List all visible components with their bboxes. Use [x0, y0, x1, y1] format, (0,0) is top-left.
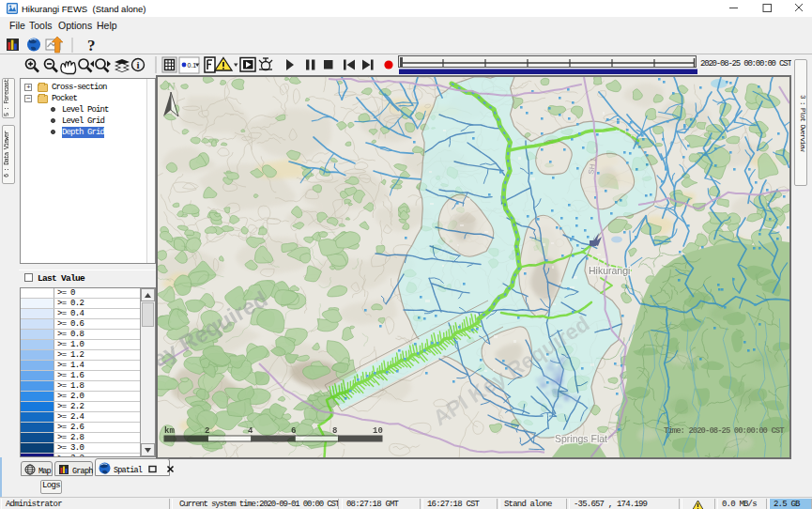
svg-text:km: km: [164, 426, 175, 436]
svg-text:Springs Flat: Springs Flat: [555, 433, 607, 444]
svg-text:0.1: 0.1: [188, 62, 197, 69]
svg-text:?: ?: [87, 37, 96, 54]
svg-text:2: 2: [205, 426, 209, 436]
svg-text:4: 4: [248, 426, 253, 436]
svg-text:6: 6: [291, 426, 296, 436]
svg-text:10: 10: [373, 426, 383, 436]
svg-text:Time: 2020-08-25 00:00:00 CST: Time: 2020-08-25 00:00:00 CST: [664, 426, 785, 436]
svg-text:8: 8: [332, 426, 337, 436]
svg-text:Hikurangi: Hikurangi: [589, 265, 630, 276]
svg-text:N: N: [167, 80, 176, 93]
svg-text:i: i: [136, 59, 139, 70]
